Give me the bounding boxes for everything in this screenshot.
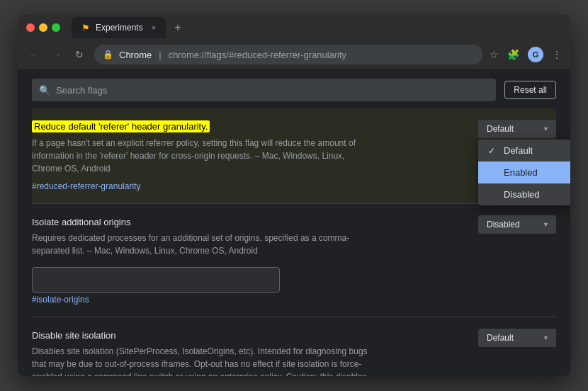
traffic-lights <box>26 23 60 32</box>
search-input[interactable] <box>56 85 489 96</box>
reset-all-button[interactable]: Reset all <box>504 81 556 99</box>
maximize-button[interactable] <box>52 23 60 32</box>
menu-icon[interactable]: ⋮ <box>552 49 562 60</box>
dropdown-option-enabled[interactable]: Enabled <box>478 162 570 183</box>
dropdown-site-isolation: Default <box>478 329 556 347</box>
close-button[interactable] <box>26 23 35 32</box>
addressbar: ← → ↻ 🔒 Chrome | chrome://flags/#reduced… <box>18 40 570 69</box>
main-content: 🔍 Reset all Reduce default 'referer' hea… <box>18 69 570 376</box>
avatar[interactable]: G <box>528 47 543 62</box>
search-input-wrap: 🔍 <box>32 79 496 101</box>
active-tab[interactable]: ⚑ Experiments × <box>72 17 166 38</box>
tab-close-button[interactable]: × <box>152 23 156 32</box>
dropdown-option-disabled[interactable]: Disabled <box>478 183 570 205</box>
toolbar-icons: ☆ 🧩 G ⋮ <box>490 47 562 62</box>
isolate-origins-input[interactable] <box>32 267 280 293</box>
tab-title: Experiments <box>96 23 143 33</box>
flag-link-reduced-referrer[interactable]: #reduced-referrer-granularity <box>32 181 140 191</box>
warning-icon: ⚑ <box>81 23 90 33</box>
flag-title-reduced-referrer: Reduce default 'referer' header granular… <box>32 120 210 132</box>
flag-control-reduced-referrer: Default ✓ Default Enabled <box>478 120 556 138</box>
address-separator: | <box>159 50 161 60</box>
flag-control-site-isolation: Default <box>478 329 556 347</box>
lock-icon: 🔒 <box>103 50 113 60</box>
back-button[interactable]: ← <box>26 49 42 60</box>
address-input[interactable]: 🔒 Chrome | chrome://flags/#reduced-refer… <box>94 45 482 64</box>
minimize-button[interactable] <box>39 23 47 32</box>
flags-list: Reduce default 'referer' header granular… <box>18 108 570 376</box>
forward-button[interactable]: → <box>49 49 64 60</box>
flag-item-reduced-referrer: Reduce default 'referer' header granular… <box>32 108 556 204</box>
new-tab-button[interactable]: + <box>174 21 181 34</box>
address-brand: Chrome <box>119 50 152 60</box>
flag-link-isolate-origins[interactable]: #isolate-origins <box>32 295 89 305</box>
flag-item-site-isolation: Disable site isolation Disables site iso… <box>32 317 556 376</box>
flag-desc-site-isolation: Disables site isolation (SitePerProcess,… <box>32 345 372 376</box>
dropdown-reduced-referrer: Default ✓ Default Enabled <box>478 120 556 138</box>
flag-desc-isolate-origins: Requires dedicated processes for an addi… <box>32 232 372 257</box>
extensions-icon[interactable]: 🧩 <box>507 49 519 60</box>
address-path: chrome://flags/#reduced-referrer-granula… <box>169 50 346 60</box>
dropdown-btn-site-isolation[interactable]: Default <box>478 329 556 347</box>
dropdown-option-default[interactable]: ✓ Default <box>478 140 570 162</box>
flag-control-isolate-origins: Disabled <box>478 215 556 234</box>
flag-item-isolate-origins: Isolate additional origins Requires dedi… <box>32 204 556 317</box>
dropdown-btn-reduced-referrer[interactable]: Default <box>478 120 556 138</box>
flag-desc-reduced-referrer: If a page hasn't set an explicit referre… <box>32 137 372 175</box>
titlebar: ⚑ Experiments × + <box>18 15 570 40</box>
refresh-button[interactable]: ↻ <box>72 49 87 60</box>
dropdown-btn-isolate-origins[interactable]: Disabled <box>478 215 556 234</box>
dropdown-menu-reduced-referrer: ✓ Default Enabled Disabled <box>478 140 570 205</box>
dropdown-isolate-origins: Disabled <box>478 215 556 234</box>
flag-title-site-isolation: Disable site isolation <box>32 330 116 341</box>
search-icon: 🔍 <box>39 85 50 96</box>
search-bar: 🔍 Reset all <box>18 69 570 108</box>
browser-window: ⚑ Experiments × + ← → ↻ 🔒 Chrome | chrom… <box>18 15 570 376</box>
bookmark-icon[interactable]: ☆ <box>490 49 499 60</box>
check-icon-default: ✓ <box>488 146 498 156</box>
flag-title-isolate-origins: Isolate additional origins <box>32 217 130 227</box>
